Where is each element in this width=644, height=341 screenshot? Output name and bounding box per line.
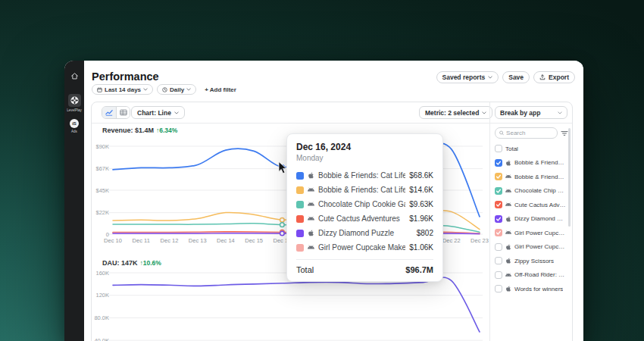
line-chart-icon (105, 109, 113, 116)
search-input-wrapper (495, 127, 558, 139)
tooltip-total-value: $96.7M (405, 265, 433, 274)
app-list-item[interactable]: Zippy Scissors (495, 254, 566, 268)
app-list-item[interactable]: Bobbie & Friends: Cat L... (495, 156, 566, 170)
app-list-item[interactable]: Total (495, 142, 566, 156)
revenue-delta: ↑6.34% (156, 127, 177, 134)
calendar-icon (97, 87, 102, 92)
table-view-button[interactable] (116, 107, 130, 118)
tooltip-app-value: $68.6K (409, 171, 433, 180)
app-list-item[interactable]: Dizzy Diamond Puzzle (495, 212, 566, 227)
checkbox-checked[interactable] (495, 159, 502, 167)
chevron-down-icon (558, 111, 562, 114)
tooltip-date: Dec 16, 2024 (296, 142, 433, 152)
checkbox-checked[interactable] (495, 215, 502, 223)
svg-text:Dec 10: Dec 10 (104, 237, 122, 244)
app-list-item[interactable]: Girl Power Cupcake Ma... (495, 226, 566, 240)
tooltip-row: Dizzy Diamond Puzzle$802 (296, 226, 433, 240)
home-icon[interactable] (70, 70, 79, 83)
save-button[interactable]: Save (502, 71, 530, 83)
chevron-down-icon (488, 76, 492, 79)
metric-dropdown[interactable]: Metric: 2 selected (419, 106, 492, 119)
checkbox-checked[interactable] (495, 229, 502, 236)
app-list-item[interactable]: Bobbie & Friends: Cat L... (495, 170, 566, 184)
svg-text:120K: 120K (95, 292, 109, 299)
tooltip-app-name: Cute Cactus Adventures (318, 214, 405, 223)
apple-icon (505, 216, 511, 222)
android-icon (308, 215, 314, 222)
filter-bar: Last 14 days Daily + Add filter (92, 84, 241, 95)
svg-text:$67K: $67K (95, 165, 109, 172)
svg-text:160K: 160K (95, 270, 109, 277)
app-list-item[interactable]: Off-Road Rider: Multi L... (495, 268, 566, 283)
app-window: LevelPlay iS Ads Performance Saved repor… (64, 61, 583, 341)
granularity-chip[interactable]: Daily (157, 84, 196, 95)
app-label: Words for winners (514, 286, 563, 293)
app-list-item[interactable]: Chocolate Chip Cookie... (495, 184, 566, 199)
tooltip-app-name: Bobbie & Friends: Cat Life... (318, 171, 405, 180)
svg-text:Dec 13: Dec 13 (189, 237, 207, 244)
tooltip-row: Cute Cactus Adventures$1.96K (296, 211, 433, 226)
levelplay-icon[interactable] (68, 94, 81, 107)
series-swatch (296, 244, 304, 252)
series-swatch (296, 201, 304, 208)
chevron-down-icon (482, 111, 486, 114)
header-actions: Saved reports Save Export (436, 71, 575, 83)
checkbox-checked[interactable] (495, 187, 502, 195)
export-button[interactable]: Export (533, 71, 575, 83)
apple-icon (505, 258, 511, 264)
levelplay-label: LevelPlay (67, 108, 82, 112)
android-icon (308, 201, 314, 208)
nav-rail: LevelPlay iS Ads (64, 61, 84, 341)
checkbox-checked[interactable] (495, 173, 502, 180)
tooltip-app-name: Dizzy Diamond Puzzle (318, 229, 413, 237)
app-list-item[interactable]: Words for winners (495, 282, 566, 296)
app-label: Zippy Scissors (514, 258, 554, 264)
filter-icon[interactable] (561, 130, 568, 136)
apple-icon (505, 160, 511, 166)
checkbox-checked[interactable] (495, 201, 502, 208)
add-filter-button[interactable]: + Add filter (200, 84, 241, 95)
checkbox-unchecked[interactable] (495, 285, 502, 293)
view-toggle (102, 106, 130, 119)
app-list-item[interactable]: Cute Cactus Adventures (495, 198, 566, 212)
android-icon (505, 272, 511, 278)
app-label: Off-Road Rider: Multi L... (514, 271, 566, 278)
ads-icon[interactable]: iS (70, 119, 79, 128)
panel-scrollbar[interactable] (568, 128, 571, 227)
svg-text:$22K: $22K (95, 209, 109, 216)
saved-reports-button[interactable]: Saved reports (436, 71, 499, 83)
svg-text:$45K: $45K (95, 187, 109, 194)
svg-text:80.0K: 80.0K (94, 314, 109, 321)
tooltip-app-name: Bobbie & Friends: Cat Life... (318, 186, 405, 194)
app-list-item[interactable]: Girl Power Cupcake Ma... (495, 240, 566, 255)
ads-label: Ads (71, 130, 77, 133)
checkbox-unchecked[interactable] (495, 271, 502, 279)
tooltip-row: Bobbie & Friends: Cat Life...$14.6K (296, 183, 433, 197)
export-icon (539, 74, 546, 80)
date-range-chip[interactable]: Last 14 days (92, 84, 153, 95)
svg-text:Dec 22: Dec 22 (442, 237, 461, 244)
checkbox-unchecked[interactable] (495, 145, 502, 152)
chart-type-dropdown[interactable]: Chart: Line (131, 106, 185, 119)
checkbox-unchecked[interactable] (495, 243, 502, 251)
series-swatch (296, 230, 304, 237)
search-input[interactable] (506, 130, 553, 136)
table-icon (120, 109, 127, 116)
svg-text:Dec 15: Dec 15 (245, 237, 263, 244)
svg-text:Dec 12: Dec 12 (161, 237, 179, 244)
app-filter-panel: TotalBobbie & Friends: Cat L...Bobbie & … (490, 124, 572, 341)
break-by-dropdown[interactable]: Break by app (495, 106, 567, 119)
tooltip-app-value: $802 (417, 229, 433, 237)
android-icon (505, 188, 511, 194)
clock-icon (162, 87, 167, 92)
android-icon (505, 202, 511, 208)
checkbox-unchecked[interactable] (495, 257, 502, 264)
tooltip-app-value: $14.6K (409, 186, 433, 194)
tooltip-row: Chocolate Chip Cookie Ga...$9.63K (296, 197, 433, 211)
revenue-metric-title: Revenue: $1.4M↑6.34% (102, 127, 177, 134)
line-view-button[interactable] (102, 107, 116, 118)
tooltip-row: Girl Power Cupcake Maker$1.06K (296, 240, 433, 255)
app-label: Girl Power Cupcake Ma... (514, 230, 566, 236)
main-content: Performance Saved reports Save Export La… (84, 61, 583, 341)
android-icon (308, 244, 314, 251)
